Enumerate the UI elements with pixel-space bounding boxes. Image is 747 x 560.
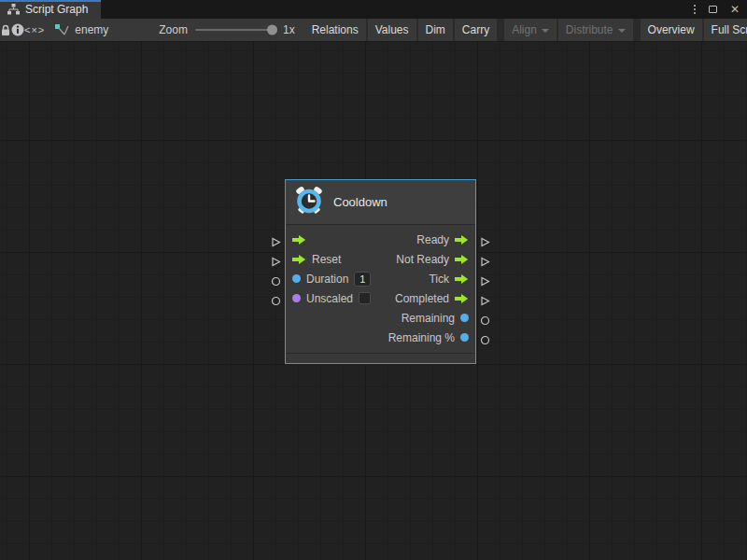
toolbar-button-label: Carry xyxy=(462,23,489,36)
node-body: ReadyResetNot ReadyDuration1TickUnscaled… xyxy=(286,225,475,353)
duration-input[interactable]: 1 xyxy=(354,272,371,287)
toolbar-button-distribute: Distribute xyxy=(558,19,633,41)
node-port-row: ResetNot Ready xyxy=(286,249,475,269)
lock-icon xyxy=(0,24,11,36)
toolbar-button-label: Distribute xyxy=(566,23,613,36)
output-port-ready[interactable]: Ready xyxy=(416,233,469,246)
toolbar-button-overview[interactable]: Overview xyxy=(641,19,702,41)
value-pin-icon[interactable] xyxy=(271,293,281,303)
tab-script-graph[interactable]: Script Graph xyxy=(0,0,101,19)
port-label: Remaining % xyxy=(388,331,455,344)
toolbar-button-label: Align xyxy=(512,23,537,36)
toolbar-button-align: Align xyxy=(504,19,557,41)
value-dot-icon xyxy=(460,314,469,322)
port-label: Remaining xyxy=(402,312,455,325)
alarm-clock-icon xyxy=(293,185,325,220)
hierarchy-graph-icon xyxy=(7,4,20,15)
graph-asset-icon xyxy=(54,23,69,37)
lock-button[interactable] xyxy=(0,19,11,41)
zoom-label: Zoom xyxy=(159,23,188,36)
variables-button[interactable]: <×> xyxy=(24,19,45,41)
node-port-row: Remaining xyxy=(286,308,475,328)
toolbar-button-label: Dim xyxy=(426,23,445,36)
flow-pin-icon[interactable] xyxy=(480,293,490,303)
chevron-down-icon xyxy=(618,29,626,33)
graph-canvas[interactable]: Cooldown ReadyResetNot ReadyDuration1Tic… xyxy=(0,42,747,560)
value-pin-icon[interactable] xyxy=(480,332,490,343)
toolbar-button-label: Values xyxy=(375,23,409,36)
toolbar-button-full-screen[interactable]: Full Screen xyxy=(704,19,747,41)
flow-pin-icon[interactable] xyxy=(271,254,281,264)
tab-label: Script Graph xyxy=(25,3,88,16)
graph-reference[interactable]: enemy xyxy=(45,19,125,41)
chevron-down-icon xyxy=(542,29,549,33)
value-dot-icon xyxy=(460,333,469,342)
toolbar-button-values[interactable]: Values xyxy=(368,19,416,41)
script-graph-window: Script Graph ✕ <×> enemy Zoom 1x xyxy=(0,0,747,560)
cooldown-node[interactable]: Cooldown ReadyResetNot ReadyDuration1Tic… xyxy=(285,179,476,364)
flow-arrow-icon xyxy=(455,273,469,285)
node-port-row: UnscaledCompleted xyxy=(286,288,475,308)
flow-arrow-icon xyxy=(455,293,469,304)
flow-pin-icon[interactable] xyxy=(480,273,490,284)
port-label: Unscaled xyxy=(306,292,353,305)
value-pin-icon[interactable] xyxy=(271,273,281,284)
value-dot-icon xyxy=(292,274,301,283)
output-port-completed[interactable]: Completed xyxy=(395,292,469,305)
flow-arrow-icon xyxy=(455,254,469,265)
output-port-tick[interactable]: Tick xyxy=(429,273,469,286)
toolbar-button-label: Overview xyxy=(648,23,695,36)
close-icon[interactable]: ✕ xyxy=(730,4,740,15)
zoom-value: 1x xyxy=(283,23,295,36)
toolbar-button-label: Full Screen xyxy=(712,23,747,36)
zoom-slider[interactable] xyxy=(195,29,275,31)
node-port-row: Ready xyxy=(286,230,475,249)
toolbar-button-dim[interactable]: Dim xyxy=(418,19,453,41)
port-label: Reset xyxy=(312,253,341,266)
zoom-slider-thumb[interactable] xyxy=(267,25,277,35)
port-label: Completed xyxy=(395,292,449,305)
tab-strip: Script Graph ✕ xyxy=(0,0,747,19)
window-controls: ✕ xyxy=(694,0,747,19)
flow-pin-icon[interactable] xyxy=(271,234,281,245)
toolbar-buttons: RelationsValuesDimCarryAlignDistributeOv… xyxy=(304,19,747,41)
toolbar-button-relations[interactable]: Relations xyxy=(304,19,366,41)
flow-arrow-icon xyxy=(455,234,469,245)
input-port-duration[interactable]: Duration1 xyxy=(292,272,371,287)
toolbar-button-label: Relations xyxy=(312,23,359,36)
port-label: Ready xyxy=(416,233,449,246)
node-title: Cooldown xyxy=(333,195,388,209)
node-header[interactable]: Cooldown xyxy=(286,180,475,225)
port-label: Tick xyxy=(429,273,449,286)
port-label: Duration xyxy=(306,273,348,286)
output-port-remaining[interactable]: Remaining xyxy=(402,312,469,325)
zoom-control: Zoom 1x xyxy=(125,19,303,41)
value-pin-icon[interactable] xyxy=(480,313,490,323)
info-icon xyxy=(11,23,24,36)
flow-pin-icon[interactable] xyxy=(480,234,490,245)
toolbar-button-carry[interactable]: Carry xyxy=(455,19,497,41)
graph-name-label: enemy xyxy=(75,23,108,36)
input-port-unscaled[interactable]: Unscaled xyxy=(292,292,371,305)
info-button[interactable] xyxy=(11,19,24,41)
input-port-enter[interactable] xyxy=(292,234,306,245)
value-dot-icon xyxy=(292,294,301,302)
flow-arrow-icon xyxy=(292,254,306,265)
maximize-icon[interactable] xyxy=(709,6,717,13)
flow-arrow-icon xyxy=(292,234,306,245)
node-port-row: Remaining % xyxy=(286,328,475,347)
unscaled-checkbox[interactable] xyxy=(359,292,371,304)
input-port-reset[interactable]: Reset xyxy=(292,253,341,266)
flow-pin-icon[interactable] xyxy=(480,254,490,264)
output-port-remaining[interactable]: Remaining % xyxy=(388,331,469,344)
code-icon: <×> xyxy=(24,24,45,35)
node-port-row: Duration1Tick xyxy=(286,269,475,288)
node-footer[interactable] xyxy=(286,353,475,363)
port-label: Not Ready xyxy=(396,253,449,266)
graph-toolbar: <×> enemy Zoom 1x RelationsValuesDimCarr… xyxy=(0,19,747,42)
kebab-menu-icon[interactable] xyxy=(694,5,696,14)
output-port-not-ready[interactable]: Not Ready xyxy=(396,253,469,266)
